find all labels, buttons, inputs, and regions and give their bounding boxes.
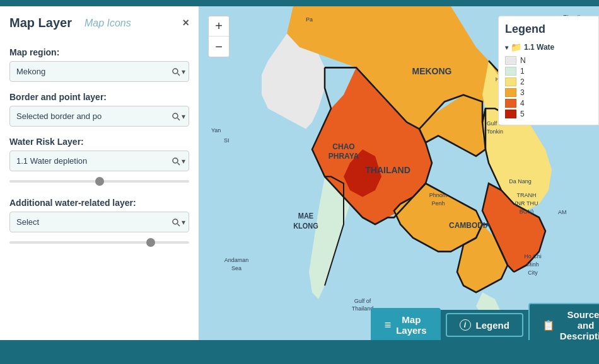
- additional-water-label: Additional water-related layer:: [9, 198, 189, 208]
- map-region-section: Map region: Mekong ▾: [9, 40, 189, 84]
- svg-text:Pa: Pa: [306, 16, 313, 22]
- svg-text:AM: AM: [558, 209, 567, 215]
- map-background: MEKONG CHAO PHRAYA THAILAND MAE KLONG CA…: [199, 6, 599, 340]
- additional-water-section: Additional water-related layer: Select ▾: [9, 190, 189, 251]
- sources-label: Sources and Description: [560, 309, 599, 341]
- sources-button[interactable]: 📋 Sources and Description: [528, 303, 599, 341]
- legend-label: Legend: [476, 320, 509, 331]
- border-layer-label: Border and point layer:: [9, 92, 189, 102]
- svg-text:SI: SI: [224, 137, 229, 144]
- additional-water-slider-container: [9, 235, 189, 246]
- svg-text:Andaman: Andaman: [224, 256, 248, 263]
- map-area[interactable]: MEKONG CHAO PHRAYA THAILAND MAE KLONG CA…: [199, 6, 599, 340]
- svg-text:MEKONG: MEKONG: [412, 66, 452, 77]
- additional-water-select[interactable]: Select: [9, 212, 189, 232]
- legend-color-swatch: [505, 67, 516, 76]
- zoom-in-button[interactable]: +: [209, 16, 229, 37]
- water-risk-slider-container: [9, 174, 189, 185]
- water-risk-select[interactable]: 1.1 Water depletion: [9, 151, 189, 171]
- legend-layer-name: 1.1 Wate: [524, 43, 554, 52]
- bottom-toolbar: ≡ Map Layers i Legend 📋 Sources and Desc…: [397, 310, 599, 340]
- svg-text:City: City: [528, 270, 538, 276]
- close-button[interactable]: ×: [182, 16, 189, 30]
- legend-row: N: [505, 56, 592, 65]
- legend-color-swatch: [505, 110, 516, 118]
- legend-layer-header: ▾ 📁 1.1 Wate: [505, 42, 592, 52]
- svg-text:KLONG: KLONG: [293, 222, 318, 229]
- sidebar-tabs: Map Layer Map Icons: [9, 16, 131, 30]
- zoom-controls: + −: [208, 16, 230, 57]
- svg-text:TRANH: TRANH: [517, 192, 537, 198]
- svg-text:Tonkin: Tonkin: [487, 128, 503, 135]
- map-layers-label: Map Layers: [396, 314, 426, 336]
- water-risk-dropdown-wrapper: 1.1 Water depletion ▾: [9, 151, 189, 171]
- layers-icon: ≡: [385, 319, 392, 332]
- legend-color-swatch: [505, 77, 516, 86]
- map-region-dropdown-wrapper: Mekong ▾: [9, 61, 189, 82]
- legend-row: 5: [505, 110, 592, 118]
- legend-panel: Legend ▾ 📁 1.1 Wate N 1 2 3 4: [498, 16, 599, 125]
- legend-item-label: 3: [520, 88, 525, 97]
- map-layers-button[interactable]: ≡ Map Layers: [371, 308, 441, 340]
- map-region-select[interactable]: Mekong: [9, 61, 189, 82]
- legend-rows: N 1 2 3 4 5: [505, 56, 592, 118]
- sources-icon: 📋: [542, 319, 555, 331]
- svg-text:Gulf of: Gulf of: [354, 297, 371, 304]
- legend-color-swatch: [505, 56, 516, 65]
- svg-text:Phnom: Phnom: [429, 192, 448, 198]
- svg-text:CHAO: CHAO: [332, 142, 355, 152]
- sidebar: Map Layer Map Icons × Map region: Mekong: [0, 6, 199, 340]
- svg-text:(NR THU: (NR THU: [515, 200, 538, 207]
- folder-icon: 📁: [511, 42, 521, 52]
- svg-text:MAE: MAE: [298, 212, 314, 220]
- legend-row: 1: [505, 67, 592, 76]
- legend-item-label: 5: [520, 110, 525, 118]
- legend-item-label: 2: [520, 77, 525, 86]
- tab-map-layer[interactable]: Map Layer: [9, 16, 72, 30]
- legend-row: 3: [505, 88, 592, 97]
- legend-button[interactable]: i Legend: [446, 313, 523, 337]
- legend-title: Legend: [505, 23, 592, 36]
- tab-map-icons[interactable]: Map Icons: [84, 18, 131, 29]
- svg-text:BON): BON): [520, 208, 533, 215]
- border-layer-section: Border and point layer: Selected border …: [9, 84, 189, 129]
- svg-text:Ho Chi: Ho Chi: [524, 253, 541, 259]
- legend-item-label: 4: [520, 99, 525, 108]
- svg-text:Sea: Sea: [231, 264, 242, 271]
- border-layer-dropdown-wrapper: Selected border and po ▾: [9, 106, 189, 127]
- svg-text:Minh: Minh: [526, 261, 538, 268]
- svg-text:Penh: Penh: [432, 200, 445, 207]
- chevron-icon: ▾: [505, 44, 508, 51]
- legend-item-label: 1: [520, 67, 525, 76]
- water-risk-section: Water Risk Layer: 1.1 Water depletion ▾: [9, 129, 189, 190]
- legend-row: 2: [505, 77, 592, 86]
- svg-text:Da Nang: Da Nang: [509, 178, 531, 185]
- legend-row: 4: [505, 99, 592, 108]
- svg-text:PHRAYA: PHRAYA: [329, 152, 359, 161]
- additional-water-dropdown-wrapper: Select ▾: [9, 212, 189, 232]
- map-region-label: Map region:: [9, 47, 189, 57]
- svg-text:Yan: Yan: [211, 127, 221, 134]
- additional-water-slider[interactable]: [9, 241, 189, 244]
- legend-item-label: N: [520, 56, 526, 65]
- svg-text:CAMBODIA: CAMBODIA: [449, 220, 491, 230]
- info-icon: i: [460, 319, 471, 331]
- border-layer-select[interactable]: Selected border and po: [9, 106, 189, 127]
- legend-color-swatch: [505, 99, 516, 108]
- svg-text:THAILAND: THAILAND: [365, 165, 410, 176]
- zoom-out-button[interactable]: −: [209, 37, 229, 57]
- water-risk-label: Water Risk Layer:: [9, 137, 189, 147]
- legend-color-swatch: [505, 88, 516, 97]
- water-risk-slider[interactable]: [9, 180, 189, 183]
- sidebar-header: Map Layer Map Icons ×: [9, 13, 189, 30]
